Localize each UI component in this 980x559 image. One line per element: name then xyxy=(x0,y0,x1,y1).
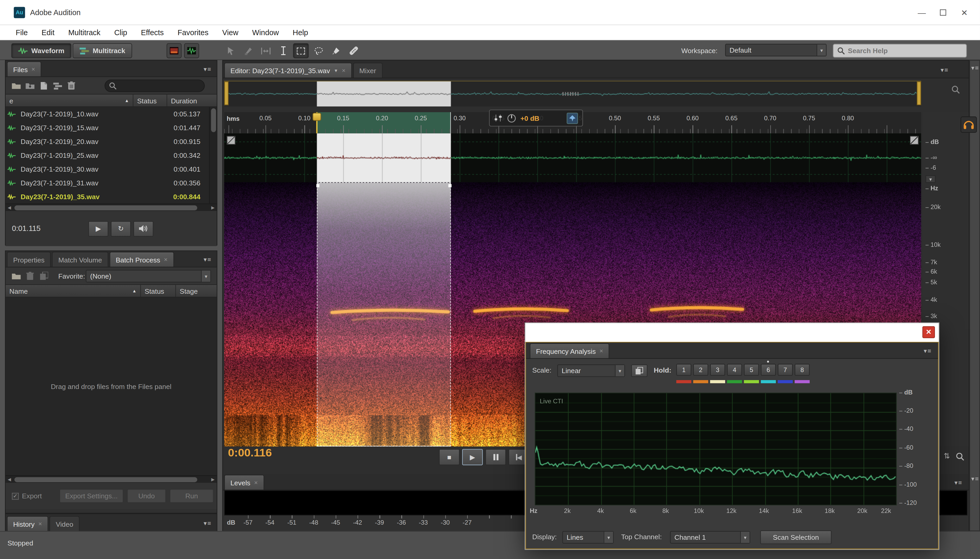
time-selection-tool[interactable] xyxy=(276,43,291,58)
spectral-selection[interactable] xyxy=(317,182,451,447)
scroll-left-icon[interactable]: ◀ xyxy=(6,204,13,212)
pause-button[interactable] xyxy=(485,449,506,465)
menu-multitrack[interactable]: Multitrack xyxy=(61,25,107,40)
overview-navigator[interactable] xyxy=(224,81,921,106)
navigator-right-handle[interactable] xyxy=(917,81,921,105)
tab-properties[interactable]: Properties xyxy=(7,252,51,267)
paintbrush-selection-tool[interactable] xyxy=(328,43,344,58)
help-search-box[interactable] xyxy=(833,44,967,58)
copy-data-button[interactable] xyxy=(631,364,648,377)
playhead-handle[interactable] xyxy=(312,113,321,121)
loop-playback-button[interactable]: ↻ xyxy=(111,221,131,237)
tab-close-icon[interactable]: × xyxy=(31,66,35,73)
column-status[interactable]: Status xyxy=(133,94,167,106)
workspace-select[interactable]: Default ▼ xyxy=(725,44,827,56)
waveform-canvas[interactable] xyxy=(224,133,921,182)
undo-button[interactable]: Undo xyxy=(127,489,166,503)
zoom-vertical-button[interactable]: ⇅ xyxy=(941,450,952,461)
new-file-button[interactable] xyxy=(37,79,51,93)
show-spectral-display-button[interactable] xyxy=(167,43,182,58)
file-row[interactable]: Day23(7-1-2019)_15.wav0:01.447 xyxy=(6,121,210,135)
insert-into-multitrack-button[interactable] xyxy=(51,79,64,93)
scale-menu-button[interactable]: ▼ xyxy=(925,175,935,183)
file-row[interactable]: Day23(7-1-2019)_25.wav0:00.342 xyxy=(6,149,210,162)
menu-help[interactable]: Help xyxy=(286,25,315,40)
batch-drop-area[interactable]: Drag and drop files from the Files panel xyxy=(6,297,217,475)
zoom-button[interactable] xyxy=(954,450,966,463)
frequency-window-close-button[interactable]: ✕ xyxy=(922,326,935,338)
tab-mixer[interactable]: Mixer xyxy=(353,63,382,78)
batch-horizontal-scrollbar[interactable]: ◀ ▶ xyxy=(6,475,217,483)
current-time-display[interactable]: 0:00.116 xyxy=(228,447,272,460)
menu-window[interactable]: Window xyxy=(245,25,286,40)
menu-effects[interactable]: Effects xyxy=(134,25,171,40)
tab-close-icon[interactable]: × xyxy=(254,479,258,486)
waveform-display[interactable] xyxy=(224,133,921,182)
navigator-grip[interactable] xyxy=(562,92,579,96)
scrollbar-thumb[interactable] xyxy=(14,205,197,210)
column-duration[interactable]: Duration xyxy=(167,94,216,106)
panel-menu-icon[interactable]: ▾≡ xyxy=(955,479,963,486)
scroll-right-icon[interactable]: ▶ xyxy=(209,204,216,212)
frequency-analysis-window[interactable]: ✕ Frequency Analysis× ▾≡ Scale: Linear ▼… xyxy=(525,322,939,550)
monitor-button[interactable] xyxy=(960,116,977,133)
hold-button-8[interactable]: 8 xyxy=(795,364,810,376)
hold-button-1[interactable]: 1 xyxy=(676,364,691,376)
column-name[interactable]: e ▲ xyxy=(6,97,133,104)
scale-select[interactable]: Linear ▼ xyxy=(557,364,625,377)
display-select[interactable]: Lines ▼ xyxy=(562,531,614,544)
panel-menu-icon[interactable]: ▾≡ xyxy=(971,64,979,71)
files-vertical-scrollbar[interactable] xyxy=(209,107,216,203)
hold-button-5[interactable]: 5 xyxy=(744,364,759,376)
file-row[interactable]: Day23(7-1-2019)_20.wav0:00.915 xyxy=(6,135,210,149)
files-search-box[interactable] xyxy=(105,79,205,92)
tab-batch-process[interactable]: Batch Process× xyxy=(110,252,174,267)
panel-menu-icon[interactable]: ▾≡ xyxy=(203,256,212,263)
tab-close-icon[interactable]: × xyxy=(342,67,345,74)
delete-favorite-button[interactable] xyxy=(23,269,37,283)
delete-file-button[interactable] xyxy=(64,79,78,93)
preview-play-button[interactable]: ▶ xyxy=(88,221,108,237)
column-status[interactable]: Status xyxy=(140,285,175,297)
tab-frequency-analysis[interactable]: Frequency Analysis× xyxy=(530,343,610,358)
open-media-browser-button[interactable] xyxy=(23,79,37,93)
selection-handle[interactable] xyxy=(316,184,319,187)
file-row[interactable]: Day23(7-1-2019)_10.wav0:05.137 xyxy=(6,107,210,121)
hold-button-6[interactable]: 6 xyxy=(761,364,776,376)
hold-button-3[interactable]: 3 xyxy=(710,364,725,376)
tab-editor[interactable]: Editor: Day23(7-1-2019)_35.wav ▼ × xyxy=(224,63,352,78)
navigator-zoom-button[interactable] xyxy=(949,83,962,96)
play-button[interactable]: ▶ xyxy=(462,449,483,465)
export-settings-button[interactable]: Export Settings... xyxy=(59,489,123,503)
spot-healing-brush-tool[interactable] xyxy=(346,43,361,58)
slip-tool[interactable] xyxy=(258,43,274,58)
import-file-button[interactable] xyxy=(9,79,23,93)
panel-menu-icon[interactable]: ▾≡ xyxy=(203,520,212,526)
frequency-window-titlebar[interactable] xyxy=(526,323,939,342)
hold-button-7[interactable]: 7 xyxy=(778,364,793,376)
column-stage[interactable]: Stage xyxy=(175,285,216,297)
right-channel-box[interactable] xyxy=(910,136,919,145)
maximize-button[interactable] xyxy=(932,5,954,20)
file-row[interactable]: Day23(7-1-2019)_31.wav0:00.356 xyxy=(6,176,210,190)
gain-hud[interactable]: +0 dB xyxy=(489,110,583,127)
lasso-selection-tool[interactable] xyxy=(311,43,326,58)
tab-levels[interactable]: Levels× xyxy=(224,475,264,490)
hold-button-2[interactable]: 2 xyxy=(693,364,708,376)
top-channel-select[interactable]: Channel 1 ▼ xyxy=(670,531,750,544)
export-checkbox[interactable]: ✓ xyxy=(12,493,19,499)
panel-menu-icon[interactable]: ▾≡ xyxy=(941,66,949,73)
chevron-down-icon[interactable]: ▼ xyxy=(334,68,338,73)
open-favorite-button[interactable] xyxy=(9,269,23,283)
panel-menu-icon[interactable]: ▾≡ xyxy=(924,347,932,354)
files-horizontal-scrollbar[interactable]: ◀ ▶ xyxy=(6,203,217,211)
panel-menu-icon[interactable]: ▾≡ xyxy=(203,66,212,73)
scroll-left-icon[interactable]: ◀ xyxy=(6,476,13,483)
run-button[interactable]: Run xyxy=(170,489,213,503)
show-waveform-display-button[interactable] xyxy=(184,43,199,58)
tab-match-volume[interactable]: Match Volume xyxy=(52,252,108,267)
column-name[interactable]: Name ▲ xyxy=(6,287,140,295)
frequency-graph-canvas[interactable] xyxy=(535,393,897,505)
menu-edit[interactable]: Edit xyxy=(35,25,61,40)
hud-gain-value[interactable]: +0 dB xyxy=(521,114,539,122)
